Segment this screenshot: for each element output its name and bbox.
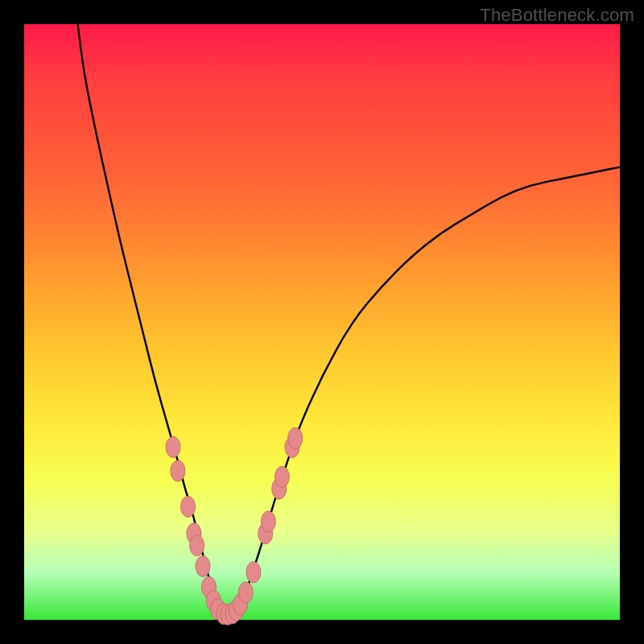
watermark-text: TheBottleneck.com bbox=[480, 5, 634, 26]
highlight-dot bbox=[261, 511, 275, 532]
highlight-dot bbox=[288, 427, 303, 448]
chart-frame: TheBottleneck.com bbox=[0, 0, 644, 644]
highlight-dot bbox=[171, 460, 185, 481]
highlight-dot bbox=[181, 496, 196, 517]
highlight-dot bbox=[275, 466, 289, 487]
highlight-dot bbox=[190, 535, 204, 556]
highlight-dot bbox=[238, 582, 253, 603]
highlight-dot bbox=[196, 555, 210, 576]
v-curve-line bbox=[78, 24, 620, 614]
curve-svg bbox=[24, 24, 620, 620]
plot-area bbox=[24, 24, 620, 620]
highlight-dots bbox=[166, 427, 303, 625]
highlight-dot bbox=[246, 562, 261, 583]
highlight-dot bbox=[166, 436, 180, 457]
